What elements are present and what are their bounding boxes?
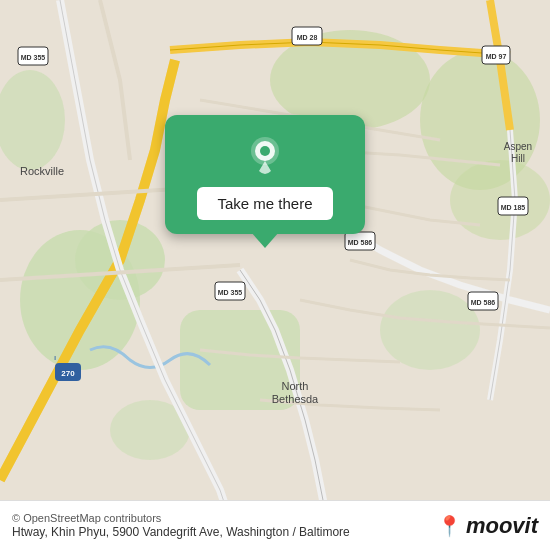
svg-text:MD 185: MD 185 (501, 204, 526, 211)
svg-text:MD 586: MD 586 (471, 299, 496, 306)
copyright-text: © OpenStreetMap contributors (12, 512, 437, 524)
svg-text:Hill: Hill (511, 153, 525, 164)
svg-text:Bethesda: Bethesda (272, 393, 319, 405)
svg-text:MD 28: MD 28 (297, 34, 318, 41)
svg-text:Rockville: Rockville (20, 165, 64, 177)
take-me-there-button[interactable]: Take me there (197, 187, 332, 220)
svg-point-34 (260, 146, 270, 156)
location-pin-icon (243, 133, 287, 177)
moovit-pin-icon: 📍 (437, 514, 462, 538)
svg-text:MD 355: MD 355 (21, 54, 46, 61)
svg-point-8 (380, 290, 480, 370)
svg-text:MD 586: MD 586 (348, 239, 373, 246)
map-popup: Take me there (165, 115, 365, 234)
svg-text:Aspen: Aspen (504, 141, 532, 152)
svg-text:North: North (282, 380, 309, 392)
map-container: 270 I MD 355 MD 28 MD 97 MD 586 MD 185 M… (0, 0, 550, 500)
popup-bubble: Take me there (165, 115, 365, 234)
moovit-brand-text: moovit (466, 513, 538, 539)
address-text: Htway, Khin Phyu, 5900 Vandegrift Ave, W… (12, 525, 437, 539)
svg-text:MD 97: MD 97 (486, 53, 507, 60)
moovit-logo: 📍 moovit (437, 513, 538, 539)
svg-text:MD 355: MD 355 (218, 289, 243, 296)
bottom-bar: © OpenStreetMap contributors Htway, Khin… (0, 500, 550, 550)
map-svg: 270 I MD 355 MD 28 MD 97 MD 586 MD 185 M… (0, 0, 550, 500)
svg-text:270: 270 (61, 369, 75, 378)
